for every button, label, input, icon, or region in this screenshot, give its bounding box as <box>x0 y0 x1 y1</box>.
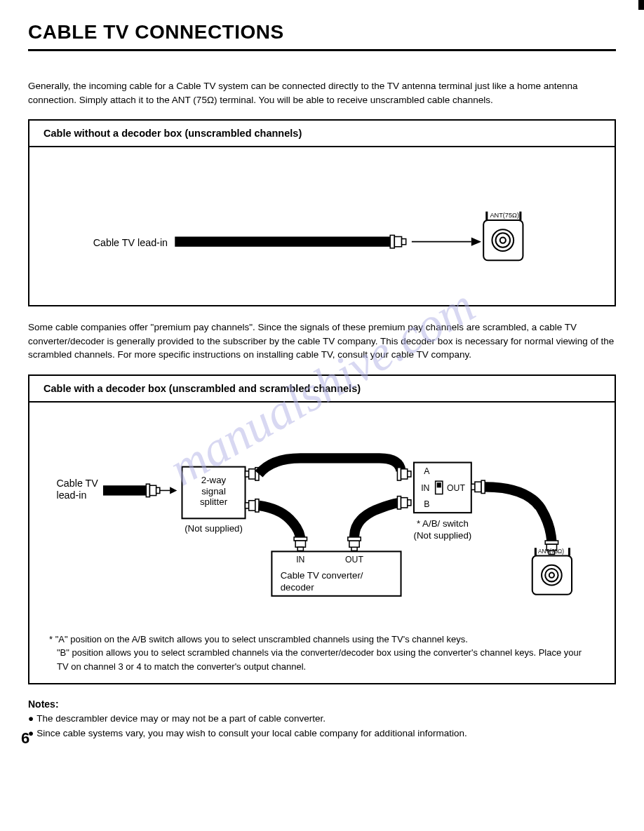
note-1-text: The descrambler device may or may not be… <box>36 712 326 726</box>
diagram-2-box: Cable with a decoder box (unscrambled an… <box>28 374 616 685</box>
svg-rect-28 <box>294 537 307 541</box>
note-bullet-2: ● Since cable systems vary, you may wish… <box>28 727 616 741</box>
svg-rect-1 <box>390 236 394 248</box>
svg-rect-33 <box>349 541 359 547</box>
mid-paragraph: Some cable companies offer "premium pay … <box>28 320 616 362</box>
svg-rect-14 <box>149 485 156 495</box>
d2-splitter-l1: 2-way <box>201 475 227 485</box>
svg-rect-29 <box>295 541 305 547</box>
page-title: CABLE TV CONNECTIONS <box>28 21 616 51</box>
d2-ab-b: B <box>424 499 429 509</box>
d1-ant-label: ANT(75Ω) <box>490 212 519 219</box>
intro-paragraph: Generally, the incoming cable for a Cabl… <box>28 79 616 107</box>
svg-rect-3 <box>402 239 406 245</box>
d2-ant-label: ANT(75Ω) <box>538 548 564 555</box>
page-corner-tab <box>638 0 644 10</box>
svg-rect-0 <box>175 237 390 247</box>
diagram-1-svg: Cable TV lead-in ANT(75Ω) <box>42 160 602 304</box>
d2-lead-l1: Cable TV <box>56 478 98 489</box>
svg-rect-42 <box>475 482 481 492</box>
note-2-text: Since cable systems vary, you may wish t… <box>36 727 467 741</box>
d2-conv-in: IN <box>296 555 304 565</box>
svg-point-52 <box>549 572 554 577</box>
diagram-1-header: Cable without a decoder box (unscrambled… <box>29 121 615 147</box>
svg-rect-20 <box>249 469 255 479</box>
d2-ns2: (Not supplied) <box>414 530 472 541</box>
diagram-2-body: Cable TV lead-in 2-way signal splitter (… <box>29 403 615 684</box>
diagram-2-header: Cable with a decoder box (unscrambled an… <box>29 376 615 403</box>
note-bullet-1: ● The descrambler device may or may not … <box>28 712 616 726</box>
d2-ab-a: A <box>424 466 430 476</box>
svg-rect-48 <box>535 548 537 555</box>
d2-ab-label: * A/B/ switch <box>417 518 469 528</box>
svg-rect-22 <box>397 467 401 480</box>
diagram-1-box: Cable without a decoder box (unscrambled… <box>28 119 616 306</box>
diagram-2-svg: Cable TV lead-in 2-way signal splitter (… <box>42 415 602 602</box>
svg-rect-2 <box>394 237 401 247</box>
svg-rect-44 <box>545 541 558 544</box>
bullet-icon: ● <box>28 712 34 726</box>
svg-rect-32 <box>351 547 357 550</box>
svg-rect-23 <box>401 469 408 479</box>
svg-point-11 <box>500 238 506 243</box>
d2-splitter-l3: splitter <box>200 496 228 507</box>
svg-marker-17 <box>170 487 177 494</box>
notes-heading: Notes: <box>28 698 616 710</box>
d2-ns1: (Not supplied) <box>185 523 243 534</box>
d2-conv-l1: Cable TV converter/ <box>281 570 363 581</box>
svg-rect-15 <box>156 487 160 493</box>
svg-rect-12 <box>103 485 146 495</box>
d2-conv-l2: decoder <box>281 581 315 592</box>
svg-rect-26 <box>249 501 255 511</box>
svg-rect-49 <box>568 548 570 555</box>
svg-rect-37 <box>408 500 411 506</box>
svg-rect-24 <box>408 471 411 477</box>
d2-ab-out: OUT <box>447 483 465 493</box>
svg-rect-35 <box>397 496 401 508</box>
svg-rect-34 <box>348 537 361 541</box>
svg-rect-36 <box>401 497 408 507</box>
svg-rect-7 <box>485 212 488 220</box>
d2-splitter-l2: signal <box>201 485 226 496</box>
d2-footnote-1: * "A" position on the A/B switch allows … <box>49 633 595 647</box>
d2-footnote-2: "B" position allows you to select scramb… <box>49 646 595 673</box>
svg-marker-5 <box>471 238 481 246</box>
d2-lead-l2: lead-in <box>56 489 86 500</box>
svg-rect-40 <box>437 482 441 487</box>
d2-conv-out: OUT <box>345 555 363 565</box>
svg-rect-30 <box>297 547 303 550</box>
d1-lead-label: Cable TV lead-in <box>93 237 168 248</box>
d2-ab-in: IN <box>421 483 429 493</box>
diagram-1-body: Cable TV lead-in ANT(75Ω) <box>29 147 615 305</box>
svg-rect-8 <box>519 212 521 220</box>
page-number: 6 <box>21 729 29 748</box>
svg-rect-43 <box>481 480 485 493</box>
diagram-2-footnote: * "A" position on the A/B switch allows … <box>42 633 602 674</box>
